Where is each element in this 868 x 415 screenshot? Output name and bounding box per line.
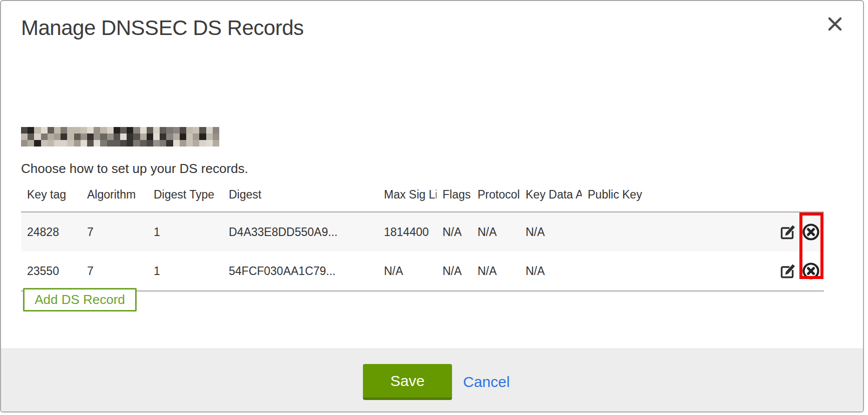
close-icon [827, 16, 842, 32]
col-header-public-key: Public Key [582, 180, 768, 212]
cell-digest-type: 1 [148, 252, 223, 291]
cell-actions [768, 212, 824, 252]
col-header-actions [768, 180, 824, 212]
col-header-digest-type: Digest Type [148, 180, 223, 212]
col-header-key-tag: Key tag [21, 180, 81, 212]
table-header-row: Key tag Algorithm Digest Type Digest Max… [21, 180, 824, 212]
cell-public-key [582, 212, 768, 252]
edit-record-icon [779, 274, 796, 281]
redacted-domain-name [21, 127, 219, 146]
save-button[interactable]: Save [363, 364, 452, 400]
cell-key-data-alg: N/A [520, 212, 582, 252]
edit-record-button[interactable] [779, 224, 796, 240]
cell-max-sig-life: 1814400 [378, 212, 437, 252]
cell-actions [768, 252, 824, 291]
dialog-footer: Save Cancel [1, 348, 863, 412]
manage-dnssec-ds-records-dialog: Manage DNSSEC DS Records Choose how to s… [0, 0, 864, 412]
cell-flags: N/A [437, 252, 472, 291]
cell-algorithm: 7 [81, 212, 148, 252]
cell-flags: N/A [437, 212, 472, 252]
cell-digest: 54FCF030AA1C79... [223, 252, 378, 291]
add-ds-record-button[interactable]: Add DS Record [23, 288, 137, 312]
close-button[interactable] [824, 13, 846, 35]
col-header-digest: Digest [223, 180, 378, 212]
intro-text: Choose how to set up your DS records. [21, 161, 248, 176]
dialog-title: Manage DNSSEC DS Records [21, 16, 304, 40]
cell-protocol: N/A [472, 212, 520, 252]
col-header-protocol: Protocol [472, 180, 520, 212]
table-row: 23550 7 1 54FCF030AA1C79... N/A N/A N/A … [21, 252, 824, 291]
col-header-max-sig-life: Max Sig Life [378, 180, 437, 212]
cell-algorithm: 7 [81, 252, 148, 291]
delete-record-icon [802, 235, 820, 242]
ds-records-table: Key tag Algorithm Digest Type Digest Max… [21, 180, 824, 292]
delete-record-button[interactable] [802, 223, 820, 241]
cell-public-key [582, 252, 768, 291]
col-header-key-data-alg: Key Data Alg [520, 180, 582, 212]
col-header-algorithm: Algorithm [81, 180, 148, 212]
col-header-flags: Flags [437, 180, 472, 212]
delete-record-icon [802, 274, 820, 282]
cell-digest-type: 1 [148, 212, 223, 252]
cell-key-tag: 24828 [21, 212, 81, 252]
table-row: 24828 7 1 D4A33E8DD550A9... 1814400 N/A … [21, 212, 824, 252]
delete-record-button[interactable] [802, 262, 820, 280]
cell-key-tag: 23550 [21, 252, 81, 291]
cell-digest: D4A33E8DD550A9... [223, 212, 378, 252]
edit-record-icon [779, 234, 796, 242]
cancel-link[interactable]: Cancel [463, 364, 510, 400]
cell-protocol: N/A [472, 252, 520, 291]
cell-key-data-alg: N/A [520, 252, 582, 291]
cell-max-sig-life: N/A [378, 252, 437, 291]
edit-record-button[interactable] [779, 263, 796, 280]
